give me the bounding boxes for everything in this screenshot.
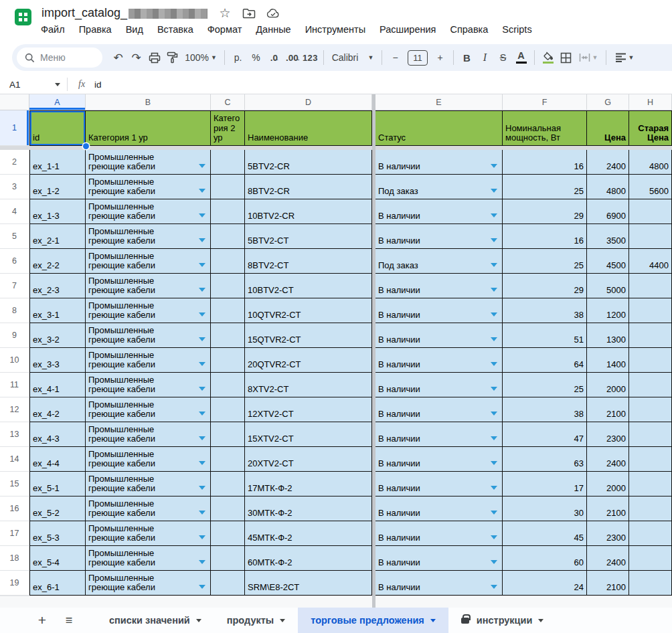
cell-power[interactable]: 25 [503, 249, 587, 274]
dropdown-arrow-icon[interactable] [199, 337, 205, 341]
cell-category1-header[interactable]: Категория 1 ур [86, 110, 211, 146]
cell-price[interactable]: 4500 [587, 249, 629, 274]
dropdown-arrow-icon[interactable] [199, 560, 205, 564]
row-header[interactable]: 13 [0, 422, 29, 447]
menu-item[interactable]: Справка [450, 24, 488, 35]
strikethrough-button[interactable]: S [494, 49, 512, 67]
cell-category2[interactable] [211, 175, 245, 199]
cell-id[interactable]: ex_5-2 [29, 496, 86, 521]
row-header[interactable]: 18 [0, 546, 29, 571]
dropdown-arrow-icon[interactable] [199, 238, 205, 242]
dropdown-arrow-icon[interactable] [491, 337, 497, 341]
sheet-tab-инструкции[interactable]: инструкции [448, 608, 557, 633]
borders-button[interactable] [557, 49, 575, 67]
cell-price[interactable]: 1200 [587, 298, 629, 323]
dropdown-arrow-icon[interactable] [491, 189, 497, 193]
cell-old-price[interactable] [629, 224, 672, 249]
cell-power[interactable]: 29 [503, 199, 587, 224]
cell-old-price[interactable] [629, 199, 672, 224]
cell-price[interactable]: 1300 [587, 323, 629, 348]
cell-category2[interactable] [211, 472, 245, 496]
cell-price[interactable]: 2400 [587, 546, 629, 571]
cell-price[interactable]: 2000 [587, 373, 629, 397]
cell-price[interactable]: 1400 [587, 348, 629, 373]
cell-status[interactable]: В наличии [375, 521, 503, 546]
cell-name[interactable]: 12XTV2-CT [245, 397, 372, 422]
cell-old-price[interactable] [629, 274, 672, 298]
cell-power[interactable]: 16 [503, 150, 587, 175]
column-header-A[interactable]: A [29, 94, 86, 110]
column-header-B[interactable]: B [86, 94, 211, 110]
cell-name[interactable]: 8XTV2-CT [245, 373, 372, 397]
dropdown-arrow-icon[interactable] [491, 535, 497, 539]
more-formats-button[interactable]: 123 [301, 49, 319, 67]
cell-category2[interactable] [211, 224, 245, 249]
column-header-G[interactable]: G [587, 94, 629, 110]
cell-category1[interactable]: Промышленные греющие кабели [86, 546, 211, 571]
cell-old-price[interactable] [629, 397, 672, 422]
percent-format-button[interactable]: % [247, 49, 265, 67]
cell-price[interactable]: 5000 [587, 274, 629, 298]
menu-item[interactable]: Вставка [157, 24, 193, 35]
row-header[interactable]: 10 [0, 348, 29, 373]
cloud-saved-icon[interactable] [266, 7, 280, 20]
row-header[interactable]: 5 [0, 224, 29, 249]
cell-id[interactable]: ex_4-3 [29, 422, 86, 447]
cell-id[interactable]: ex_2-2 [29, 249, 86, 274]
menu-item[interactable]: Формат [207, 24, 242, 35]
dropdown-arrow-icon[interactable] [491, 164, 497, 168]
cell-category2[interactable] [211, 274, 245, 298]
cell-name[interactable]: 5BTV2-CT [245, 224, 372, 249]
cell-price[interactable]: 2100 [587, 397, 629, 422]
cell-name[interactable]: 15XTV2-CT [245, 422, 372, 447]
italic-button[interactable]: I [476, 49, 494, 67]
dropdown-arrow-icon[interactable] [199, 164, 205, 168]
cell-price[interactable]: 2300 [587, 521, 629, 546]
cell-category2[interactable] [211, 373, 245, 397]
select-all-corner[interactable] [0, 94, 29, 110]
zoom-select[interactable]: 100%▼ [181, 49, 220, 67]
cell-old-price[interactable] [629, 348, 672, 373]
row-header[interactable]: 9 [0, 323, 29, 348]
cell-id[interactable]: ex_2-1 [29, 224, 86, 249]
cell-category2[interactable] [211, 546, 245, 571]
cell-category2[interactable] [211, 571, 245, 596]
dropdown-arrow-icon[interactable] [491, 288, 497, 292]
cell-power[interactable]: 29 [503, 274, 587, 298]
cell-name[interactable]: 10QTVR2-CT [245, 298, 372, 323]
cell-name[interactable]: SRM\E8-2CT [245, 571, 372, 596]
cell-status[interactable]: В наличии [375, 397, 503, 422]
menu-item[interactable]: Вид [126, 24, 143, 35]
row-header[interactable]: 15 [0, 472, 29, 496]
sheet-tab-торговые-предложения[interactable]: торговые предложения [298, 608, 448, 633]
cell-category2[interactable] [211, 199, 245, 224]
cell-category2[interactable] [211, 298, 245, 323]
column-header-H[interactable]: H [629, 94, 672, 110]
cell-category2[interactable] [211, 397, 245, 422]
row-header[interactable]: 8 [0, 298, 29, 323]
row-header[interactable]: 7 [0, 274, 29, 298]
cell-category1[interactable]: Промышленные греющие кабели [86, 447, 211, 472]
cell-status[interactable]: В наличии [375, 323, 503, 348]
cell-status[interactable]: Под заказ [375, 175, 503, 199]
row-header[interactable]: 4 [0, 199, 29, 224]
cell-category1[interactable]: Промышленные греющие кабели [86, 373, 211, 397]
cell-category1[interactable]: Промышленные греющие кабели [86, 249, 211, 274]
cell-status[interactable]: В наличии [375, 348, 503, 373]
cell-old-price[interactable] [629, 298, 672, 323]
cell-power[interactable]: 38 [503, 298, 587, 323]
cell-id[interactable]: ex_1-2 [29, 175, 86, 199]
row-header[interactable]: 19 [0, 571, 29, 596]
cell-status[interactable]: В наличии [375, 472, 503, 496]
dropdown-arrow-icon[interactable] [491, 213, 497, 217]
dropdown-arrow-icon[interactable] [491, 263, 497, 267]
cell-old-price[interactable] [629, 373, 672, 397]
merge-cells-button[interactable]: ▼ [575, 49, 602, 67]
cell-price[interactable]: 2000 [587, 472, 629, 496]
cell-id[interactable]: ex_3-1 [29, 298, 86, 323]
dropdown-arrow-icon[interactable] [491, 585, 497, 589]
cell-id-header[interactable]: id [29, 110, 86, 146]
dropdown-arrow-icon[interactable] [199, 312, 205, 316]
cell-old-price[interactable]: 5600 [629, 175, 672, 199]
cell-status[interactable]: В наличии [375, 224, 503, 249]
